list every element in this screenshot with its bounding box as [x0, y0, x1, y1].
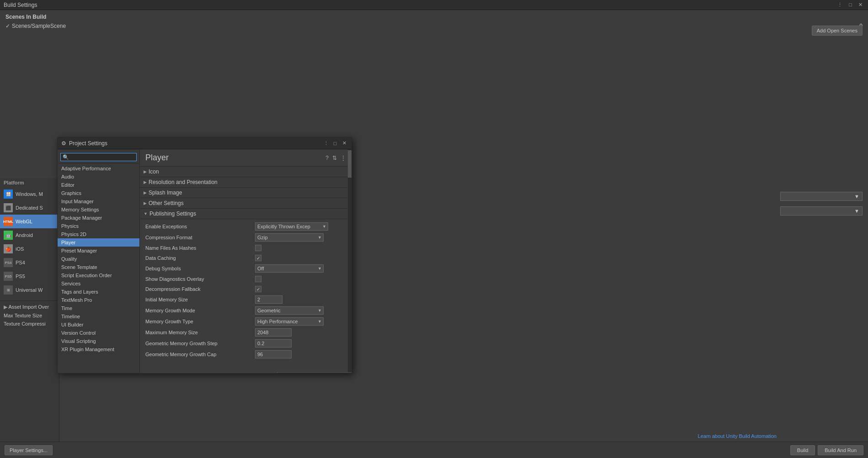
ps5-icon: PS5: [4, 272, 13, 281]
asset-max-texture[interactable]: Max Texture Size: [0, 311, 59, 320]
project-settings-modal: ⚙ Project Settings ⋮ □ ✕ Adaptive Perfor…: [57, 137, 352, 374]
nav-physics-2d[interactable]: Physics 2D: [58, 230, 139, 238]
close-button[interactable]: ✕: [857, 2, 864, 8]
modal-close-button[interactable]: ✕: [341, 140, 348, 147]
modal-content-area: Player ? ⇅ ⋮ ▶ Icon ▶ Resolution and Pre…: [140, 149, 351, 373]
platform-item-webgl[interactable]: HTML WebGL: [0, 215, 59, 228]
scene-checkmark: ✓: [5, 23, 10, 29]
enable-exceptions-dropdown[interactable]: Explicitly Thrown Excep: [255, 222, 328, 231]
nav-quality[interactable]: Quality: [58, 255, 139, 263]
publishing-title: Publishing Settings: [149, 211, 196, 217]
debug-symbols-row: Debug Symbols Off ▼: [140, 263, 351, 274]
nav-script-execution-order[interactable]: Script Execution Order: [58, 271, 139, 279]
scenes-in-build-title: Scenes In Build: [5, 14, 863, 20]
maximize-button[interactable]: □: [847, 2, 854, 8]
geometric-growth-cap-input[interactable]: [255, 350, 292, 358]
platform-item-windows[interactable]: 🪟 Windows, M: [0, 187, 59, 201]
settings-icon[interactable]: ⇅: [332, 155, 337, 161]
resolution-arrow: ▶: [144, 180, 147, 184]
platform-item-ps4[interactable]: PS4 PS4: [0, 256, 59, 269]
publishing-content: Enable Exceptions Explicitly Thrown Exce…: [140, 219, 351, 362]
content-scrollbar[interactable]: [348, 149, 351, 373]
memory-growth-mode-label: Memory Growth Mode: [145, 308, 255, 313]
nav-time[interactable]: Time: [58, 304, 139, 312]
dedicated-icon: ⬛: [4, 203, 13, 212]
memory-growth-type-dropdown[interactable]: High Performance: [255, 317, 324, 326]
section-publishing-header[interactable]: ▼ Publishing Settings: [140, 209, 351, 219]
enable-exceptions-dropdown-wrapper: Explicitly Thrown Excep ▼: [255, 222, 328, 231]
platform-label-ios: iOS: [16, 246, 24, 252]
nav-player[interactable]: Player: [58, 238, 139, 247]
platform-item-universal[interactable]: ⊞ Universal W: [0, 283, 59, 297]
modal-maximize-button[interactable]: □: [331, 140, 339, 147]
nav-textmesh-pro[interactable]: TextMesh Pro: [58, 296, 139, 304]
platform-label-webgl: WebGL: [16, 219, 32, 224]
minimize-button[interactable]: ⋮: [836, 2, 844, 8]
nav-preset-manager[interactable]: Preset Manager: [58, 247, 139, 255]
window-controls: ⋮ □ ✕: [836, 2, 864, 8]
nav-tags-and-layers[interactable]: Tags and Layers: [58, 288, 139, 296]
search-input[interactable]: [60, 153, 137, 161]
learn-link[interactable]: Learn about Unity Build Automation: [698, 433, 777, 439]
nav-timeline[interactable]: Timeline: [58, 312, 139, 321]
dropdown2-arrow: ▼: [854, 208, 859, 214]
initial-memory-input[interactable]: [255, 295, 282, 304]
nav-scene-template[interactable]: Scene Template: [58, 263, 139, 271]
nav-xr-plugin-management[interactable]: XR Plugin Management: [58, 345, 139, 353]
nav-adaptive-performance[interactable]: Adaptive Performance: [58, 164, 139, 173]
nav-package-manager[interactable]: Package Manager: [58, 214, 139, 222]
maximum-memory-input[interactable]: [255, 328, 292, 337]
nav-memory-settings[interactable]: Memory Settings: [58, 205, 139, 214]
player-settings-button[interactable]: Player Settings...: [5, 445, 53, 455]
nav-visual-scripting[interactable]: Visual Scripting: [58, 337, 139, 345]
memory-growth-mode-dropdown[interactable]: Geometric: [255, 306, 324, 315]
show-diagnostics-row: Show Diagnostics Overlay: [140, 274, 351, 284]
geometric-growth-step-input[interactable]: [255, 339, 292, 347]
scrollbar-thumb[interactable]: [348, 150, 351, 178]
nav-version-control[interactable]: Version Control: [58, 329, 139, 337]
maximum-memory-label: Maximum Memory Size: [145, 330, 255, 335]
platform-item-ios[interactable]: 🍎 iOS: [0, 242, 59, 256]
platform-section: Platform 🪟 Windows, M ⬛ Dedicated S HTML…: [0, 178, 59, 442]
nav-input-manager[interactable]: Input Manager: [58, 197, 139, 205]
help-icon[interactable]: ?: [325, 155, 329, 161]
decompression-checkbox[interactable]: [255, 286, 261, 292]
nav-audio[interactable]: Audio: [58, 173, 139, 181]
maximum-memory-size-row: Maximum Memory Size: [140, 327, 351, 338]
platform-item-android[interactable]: 🤖 Android: [0, 228, 59, 242]
data-caching-checkbox[interactable]: [255, 255, 261, 261]
show-diagnostics-checkbox[interactable]: [255, 276, 261, 282]
debug-symbols-dropdown[interactable]: Off: [255, 264, 324, 273]
nav-editor[interactable]: Editor: [58, 181, 139, 189]
asset-import-label: Asset Import Over: [8, 304, 49, 310]
android-icon: 🤖: [4, 231, 13, 240]
geometric-growth-step-label: Geometric Memory Growth Step: [145, 341, 255, 346]
nav-services[interactable]: Services: [58, 279, 139, 288]
icon-arrow: ▶: [144, 169, 147, 174]
platform-dropdown-2[interactable]: ▼: [780, 206, 863, 216]
windows-icon: 🪟: [4, 190, 13, 199]
more-icon[interactable]: ⋮: [341, 155, 346, 161]
add-open-scenes-button[interactable]: Add Open Scenes: [812, 26, 863, 36]
memory-growth-type-control: High Performance ▼: [255, 317, 346, 326]
nav-physics[interactable]: Physics: [58, 222, 139, 230]
modal-menu-button[interactable]: ⋮: [322, 140, 330, 147]
nav-graphics[interactable]: Graphics: [58, 189, 139, 197]
section-icon-header[interactable]: ▶ Icon: [140, 167, 351, 177]
name-files-control: [255, 245, 346, 251]
memory-growth-mode-control: Geometric ▼: [255, 306, 346, 315]
data-caching-control: [255, 255, 346, 261]
build-and-run-button[interactable]: Build And Run: [818, 445, 863, 455]
section-other-header[interactable]: ▶ Other Settings: [140, 198, 351, 209]
compression-format-dropdown[interactable]: Gzip: [255, 233, 324, 242]
asset-import-header[interactable]: ▶ Asset Import Over: [0, 303, 59, 311]
name-files-checkbox[interactable]: [255, 245, 261, 251]
section-resolution-header[interactable]: ▶ Resolution and Presentation: [140, 177, 351, 188]
section-splash-header[interactable]: ▶ Splash Image: [140, 188, 351, 198]
asset-texture-compression[interactable]: Texture Compressi: [0, 320, 59, 328]
platform-item-ps5[interactable]: PS5 PS5: [0, 269, 59, 283]
platform-item-dedicated[interactable]: ⬛ Dedicated S: [0, 201, 59, 215]
build-button[interactable]: Build: [790, 445, 815, 455]
platform-dropdown-1[interactable]: ▼: [780, 192, 863, 201]
nav-ui-builder[interactable]: UI Builder: [58, 321, 139, 329]
